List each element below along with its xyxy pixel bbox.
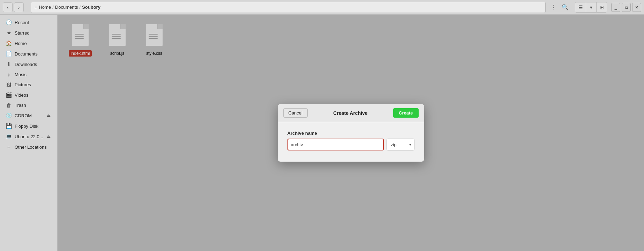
minimize-button[interactable]: _ [611, 3, 620, 12]
window-controls: _ ⧉ ✕ [611, 3, 641, 12]
sidebar-device-cdrom[interactable]: 💿 CDROM ⏏ [1, 111, 56, 120]
navigation-buttons: ‹ › [3, 2, 24, 12]
sidebar-item-starred-label: Starred [15, 30, 30, 36]
recent-icon: 🕐 [6, 19, 12, 25]
ubuntu-eject-button[interactable]: ⏏ [45, 133, 52, 140]
menu-button[interactable]: ⋮ [548, 2, 558, 12]
dialog-body: Archive name .zip ▾ [278, 122, 424, 162]
breadcrumb: ⌂ Home / Documents / Soubory [31, 2, 546, 13]
cdrom-label: CDROM [15, 113, 32, 118]
sidebar-item-music[interactable]: ♪ Music [1, 70, 56, 79]
sidebar-item-videos-label: Videos [15, 93, 29, 98]
extension-arrow-icon: ▾ [409, 142, 411, 147]
ubuntu-left: 💻 Ubuntu 22.0... [6, 133, 43, 140]
cdrom-icon: 💿 [6, 112, 12, 119]
ubuntu-icon: 💻 [6, 133, 12, 140]
create-button[interactable]: Create [393, 108, 418, 118]
sidebar-item-videos[interactable]: 🎬 Videos [1, 90, 56, 100]
sidebar-item-home[interactable]: 🏠 Home [1, 38, 56, 48]
sidebar-item-home-label: Home [15, 41, 27, 46]
sidebar-item-music-label: Music [15, 72, 27, 77]
breadcrumb-documents[interactable]: Documents [55, 5, 78, 10]
cdrom-eject-button[interactable]: ⏏ [45, 112, 52, 119]
sidebar-item-documents-label: Documents [15, 51, 38, 57]
list-view-button[interactable]: ☰ [575, 2, 586, 12]
dialog-title: Create Archive [333, 110, 367, 116]
archive-name-label: Archive name [287, 131, 414, 136]
back-button[interactable]: ‹ [3, 2, 13, 12]
pictures-icon: 🖼 [6, 82, 12, 88]
sidebar-item-recent[interactable]: 🕐 Recent [1, 17, 56, 27]
sidebar-item-downloads[interactable]: ⬇ Downloads [1, 59, 56, 69]
downloads-icon: ⬇ [6, 61, 12, 67]
archive-name-input[interactable] [287, 139, 384, 150]
sidebar-item-downloads-label: Downloads [15, 62, 37, 67]
archive-name-row: .zip ▾ [287, 139, 414, 150]
sidebar-item-pictures-label: Pictures [15, 82, 31, 87]
create-archive-dialog: Cancel Create Archive Create Archive nam… [278, 104, 424, 162]
sidebar-item-starred[interactable]: ★ Starred [1, 28, 56, 38]
sidebar-item-recent-label: Recent [15, 20, 29, 25]
view-toggle: ☰ ▾ ⊞ [575, 2, 607, 13]
cancel-button[interactable]: Cancel [283, 108, 308, 118]
dialog-overlay: Cancel Create Archive Create Archive nam… [58, 15, 644, 251]
sidebar-item-documents[interactable]: 📄 Documents [1, 49, 56, 59]
ubuntu-label: Ubuntu 22.0... [15, 134, 43, 139]
music-icon: ♪ [6, 72, 12, 77]
sidebar-item-other-locations[interactable]: ＋ Other Locations [1, 142, 56, 152]
file-area: index.html script.js [58, 15, 644, 251]
home-icon: ⌂ [35, 5, 37, 10]
close-button[interactable]: ✕ [632, 3, 641, 12]
extension-value: .zip [390, 142, 397, 147]
floppy-left: 💾 Floppy Disk [6, 123, 38, 129]
main-area: 🕐 Recent ★ Starred 🏠 Home 📄 Documents ⬇ … [0, 15, 644, 251]
videos-icon: 🎬 [6, 92, 12, 98]
sidebar-item-pictures[interactable]: 🖼 Pictures [1, 80, 56, 89]
sidebar-device-floppy[interactable]: 💾 Floppy Disk [1, 121, 56, 131]
titlebar-actions: ⋮ 🔍 ☰ ▾ ⊞ [548, 2, 607, 13]
sidebar-item-other-locations-label: Other Locations [15, 145, 47, 150]
titlebar: ‹ › ⌂ Home / Documents / Soubory ⋮ 🔍 ☰ ▾… [0, 0, 644, 15]
extension-select[interactable]: .zip ▾ [387, 139, 414, 150]
restore-button[interactable]: ⧉ [622, 3, 631, 12]
list-view-arrow[interactable]: ▾ [586, 2, 596, 12]
grid-view-button[interactable]: ⊞ [596, 2, 607, 12]
other-locations-icon: ＋ [6, 144, 12, 150]
floppy-icon: 💾 [6, 123, 12, 129]
documents-icon: 📄 [6, 51, 12, 57]
breadcrumb-sep1: / [52, 5, 54, 10]
trash-icon: 🗑 [6, 102, 12, 108]
search-button[interactable]: 🔍 [560, 2, 570, 12]
floppy-label: Floppy Disk [15, 124, 38, 129]
breadcrumb-current: Soubory [82, 5, 100, 10]
breadcrumb-home[interactable]: Home [39, 5, 51, 10]
sidebar-item-trash-label: Trash [15, 103, 26, 108]
dialog-titlebar: Cancel Create Archive Create [278, 104, 424, 122]
cdrom-left: 💿 CDROM [6, 112, 32, 119]
sidebar-item-trash[interactable]: 🗑 Trash [1, 101, 56, 110]
forward-button[interactable]: › [14, 2, 24, 12]
breadcrumb-sep2: / [80, 5, 81, 10]
sidebar-device-ubuntu[interactable]: 💻 Ubuntu 22.0... ⏏ [1, 132, 56, 141]
starred-icon: ★ [6, 30, 12, 36]
home-nav-icon: 🏠 [6, 40, 12, 46]
sidebar: 🕐 Recent ★ Starred 🏠 Home 📄 Documents ⬇ … [0, 15, 58, 251]
